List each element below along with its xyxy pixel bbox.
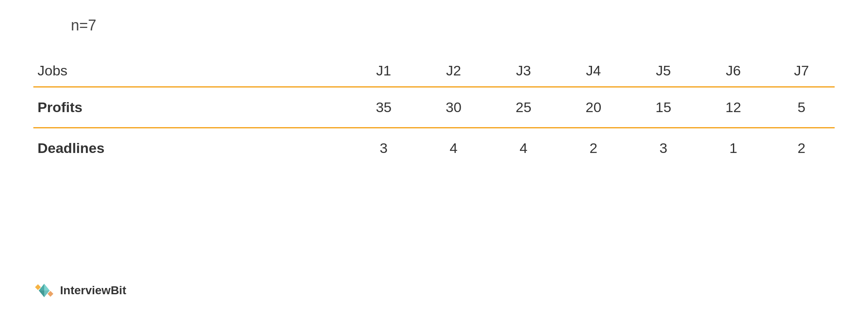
deadlines-j4: 2 [559, 128, 629, 168]
logo-icon [33, 280, 55, 301]
profits-j6: 12 [698, 88, 768, 128]
col-j5: J5 [628, 55, 698, 87]
profits-j4: 20 [559, 88, 629, 128]
header-row: Jobs J1 J2 J3 J4 J5 J6 J7 [33, 55, 835, 87]
deadlines-j5: 3 [628, 128, 698, 168]
svg-marker-2 [44, 284, 50, 290]
col-j7: J7 [768, 55, 835, 87]
svg-marker-3 [39, 290, 44, 297]
deadlines-j3: 4 [489, 128, 559, 168]
profits-row: Profits 35 30 25 20 15 12 5 [33, 88, 835, 128]
profits-j1: 35 [349, 88, 419, 128]
col-j4: J4 [559, 55, 629, 87]
profits-j3: 25 [489, 88, 559, 128]
col-j3: J3 [489, 55, 559, 87]
profits-j2: 30 [419, 88, 489, 128]
deadlines-j2: 4 [419, 128, 489, 168]
deadlines-row: Deadlines 3 4 4 2 3 1 2 [33, 128, 835, 168]
logo: InterviewBit [33, 280, 126, 301]
col-j2: J2 [419, 55, 489, 87]
deadlines-j1: 3 [349, 128, 419, 168]
profits-j7: 5 [768, 88, 835, 128]
deadlines-j6: 1 [698, 128, 768, 168]
deadlines-label: Deadlines [33, 128, 349, 168]
profits-j5: 15 [628, 88, 698, 128]
col-j1: J1 [349, 55, 419, 87]
col-j6: J6 [698, 55, 768, 87]
data-table: Jobs J1 J2 J3 J4 J5 J6 J7 Profits 35 30 … [33, 55, 835, 168]
profits-label: Profits [33, 88, 349, 128]
n-label: n=7 [33, 17, 835, 34]
header-label: Jobs [33, 55, 349, 87]
logo-text: InterviewBit [60, 284, 126, 297]
deadlines-j7: 2 [768, 128, 835, 168]
